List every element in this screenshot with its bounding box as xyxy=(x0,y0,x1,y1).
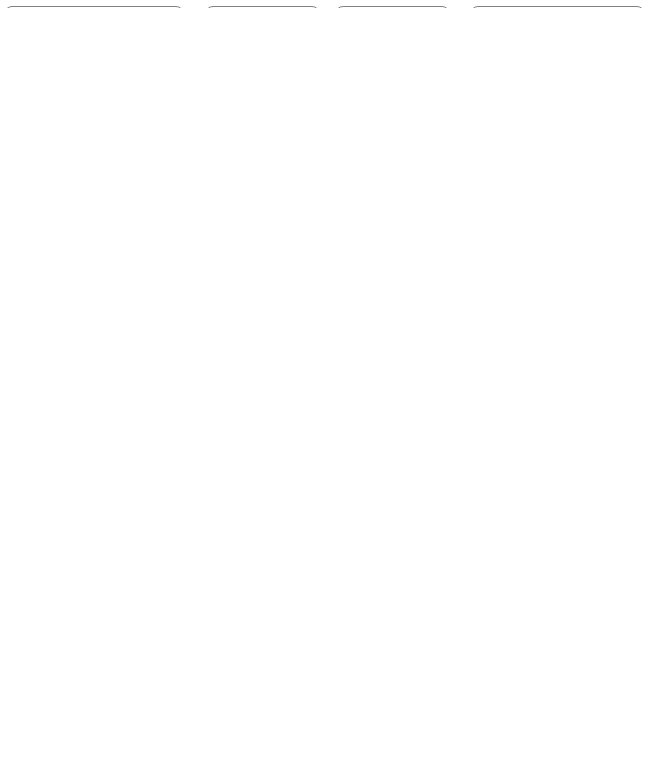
entity-title: Ref_Weapon_Types xyxy=(5,7,183,8)
entity-title: Ref_Participant_Types xyxy=(471,7,644,8)
entity-title: Environments xyxy=(336,7,449,8)
entity-title: Genres xyxy=(206,7,319,8)
entity-ref-weapon-types: Ref_Weapon_Types PkWeapon_Type_CodeWeapo… xyxy=(4,6,184,8)
entity-genres: Genres PkGenre_CodeGenre_Descriptioneg S… xyxy=(205,6,320,8)
entity-ref-participant-types: Ref_Participant_Types PkParticipant_Type… xyxy=(470,6,645,8)
entity-environments: Environments PkEnvironment_IDEnvironment… xyxy=(335,6,450,8)
